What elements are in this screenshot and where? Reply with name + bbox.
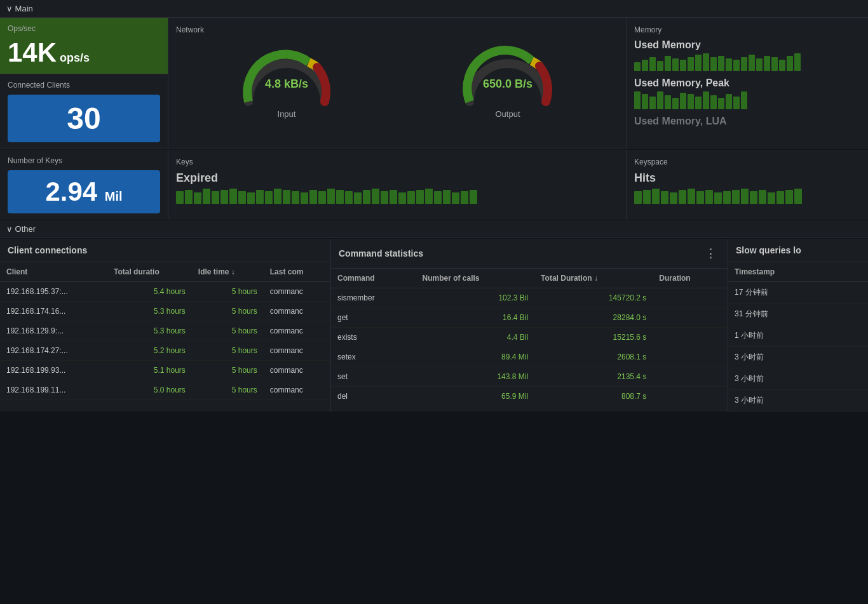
slow-queries-table: Timestamp 17 分钟前31 分钟前1 小时前3 小时前3 小时前3 小… [728, 262, 868, 412]
table-row: 192.168.199.93... 5.1 hours 5 hours comm… [0, 361, 330, 380]
num-calls: 4.4 Bil [416, 328, 534, 347]
network-output-label: Output [495, 109, 520, 119]
client-connections-panel: Client connections Client Total duratio … [0, 239, 330, 412]
svg-text:4.8 kB/s: 4.8 kB/s [265, 77, 308, 90]
num-calls: 16.4 Bil [416, 308, 534, 328]
keys-count-label: Number of Keys [8, 156, 160, 165]
network-panel: Network 4.8 kB/s Input [168, 18, 626, 149]
ops-label: Ops/sec [8, 24, 160, 33]
idle-time: 5 hours [192, 282, 264, 302]
last-command: commanc [264, 302, 330, 321]
idle-time: 5 hours [192, 361, 264, 380]
used-memory-peak-label: Used Memory, Peak [634, 77, 860, 89]
keys-count-value: 2.94 Mil [8, 170, 160, 213]
total-dur-val: 28284.0 s [534, 308, 653, 328]
total-duration: 5.1 hours [107, 361, 192, 380]
used-memory-peak-item: Used Memory, Peak [634, 77, 860, 109]
svg-text:650.0 B/s: 650.0 B/s [483, 77, 532, 90]
timestamp-val: 3 小时前 [728, 390, 868, 412]
total-dur-val: 145720.2 s [534, 288, 653, 308]
table-row: 192.168.174.27:... 5.2 hours 5 hours com… [0, 341, 330, 361]
memory-label: Memory [634, 25, 860, 34]
duration-val [653, 328, 728, 347]
ops-value: 14K ops/s [8, 38, 160, 67]
client-connections-header: Client connections [0, 239, 330, 262]
hits-bars [634, 189, 860, 204]
client-ip: 192.168.129.9:... [0, 321, 107, 341]
timestamp-val: 3 小时前 [728, 368, 868, 390]
duration-val [653, 308, 728, 328]
used-memory-chart [634, 53, 860, 71]
other-section-label: ∨ Other [6, 224, 36, 234]
timestamp-val: 17 分钟前 [728, 282, 868, 304]
table-row: del 65.9 Mil 808.7 s [331, 387, 728, 406]
network-label: Network [176, 25, 618, 34]
timestamp-val: 1 小时前 [728, 325, 868, 347]
total-duration: 5.0 hours [107, 380, 192, 400]
used-memory-label: Used Memory [634, 39, 860, 51]
last-command: commanc [264, 341, 330, 361]
expired-label: Expired [176, 171, 618, 185]
num-calls: 89.4 Mil [416, 347, 534, 367]
total-duration: 5.2 hours [107, 341, 192, 361]
keys-label: Keys [176, 158, 618, 166]
last-command: commanc [264, 282, 330, 302]
timestamp-val: 31 分钟前 [728, 304, 868, 325]
main-section-header[interactable]: ∨ Main [0, 0, 868, 18]
command-stats-header: Command statistics ⋮ [331, 239, 728, 269]
table-row: 31 分钟前 [728, 304, 868, 325]
table-row: 17 分钟前 [728, 282, 868, 304]
duration-val [653, 288, 728, 308]
col-total-dur: Total Duration ↓ [534, 269, 653, 288]
table-row: setex 89.4 Mil 2608.1 s [331, 347, 728, 367]
total-dur-val: 808.7 s [534, 387, 653, 406]
table-row: exists 4.4 Bil 15215.6 s [331, 328, 728, 347]
total-dur-val: 2608.1 s [534, 347, 653, 367]
num-calls: 102.3 Bil [416, 288, 534, 308]
keyspace-panel: Keyspace Hits [627, 150, 868, 220]
network-output-gauge: 650.0 B/s Output [457, 44, 559, 119]
table-row: 192.168.174.16... 5.3 hours 5 hours comm… [0, 302, 330, 321]
table-row: 192.168.129.9:... 5.3 hours 5 hours comm… [0, 321, 330, 341]
command-stats-menu[interactable]: ⋮ [701, 245, 720, 262]
col-idle-time: Idle time ↓ [192, 262, 264, 282]
idle-time: 5 hours [192, 341, 264, 361]
duration-val [653, 347, 728, 367]
col-command: Command [331, 269, 416, 288]
idle-time: 5 hours [192, 380, 264, 400]
keyspace-label: Keyspace [634, 158, 860, 166]
col-last-com: Last com [264, 262, 330, 282]
slow-queries-panel: Slow queries lo Timestamp 17 分钟前31 分钟前1 … [728, 239, 868, 412]
table-row: 3 小时前 [728, 347, 868, 368]
used-memory-lua-label: Used Memory, LUA [634, 116, 860, 127]
used-memory-peak-chart [634, 91, 860, 109]
client-connections-title: Client connections [8, 245, 87, 255]
total-dur-val: 2135.4 s [534, 367, 653, 387]
other-section-header[interactable]: ∨ Other [0, 220, 868, 238]
number-of-keys-panel: Number of Keys 2.94 Mil [0, 150, 168, 220]
table-row: 3 小时前 [728, 390, 868, 412]
slow-queries-header: Slow queries lo [728, 239, 868, 262]
ops-sec-panel: Ops/sec 14K ops/s [0, 18, 168, 74]
client-ip: 192.168.199.11... [0, 380, 107, 400]
command-stats-title: Command statistics [339, 248, 423, 258]
total-duration: 5.3 hours [107, 302, 192, 321]
input-gauge-svg: 4.8 kB/s [236, 44, 337, 108]
table-row: 192.168.195.37:... 5.4 hours 5 hours com… [0, 282, 330, 302]
client-ip: 192.168.174.27:... [0, 341, 107, 361]
last-command: commanc [264, 380, 330, 400]
duration-val [653, 387, 728, 406]
client-ip: 192.168.174.16... [0, 302, 107, 321]
connected-clients-panel: Connected Clients 30 [0, 74, 168, 149]
col-duration: Duration [653, 269, 728, 288]
total-duration: 5.3 hours [107, 321, 192, 341]
col-total-duration: Total duratio [107, 262, 192, 282]
command-name: set [331, 367, 416, 387]
last-command: commanc [264, 361, 330, 380]
col-timestamp: Timestamp [728, 262, 868, 282]
client-ip: 192.168.199.93... [0, 361, 107, 380]
client-connections-table: Client Total duratio Idle time ↓ Last co… [0, 262, 330, 400]
keys-panel: Keys Expired [168, 150, 626, 220]
table-row: get 16.4 Bil 28284.0 s [331, 308, 728, 328]
command-stats-panel: Command statistics ⋮ Command Number of c… [331, 239, 728, 412]
